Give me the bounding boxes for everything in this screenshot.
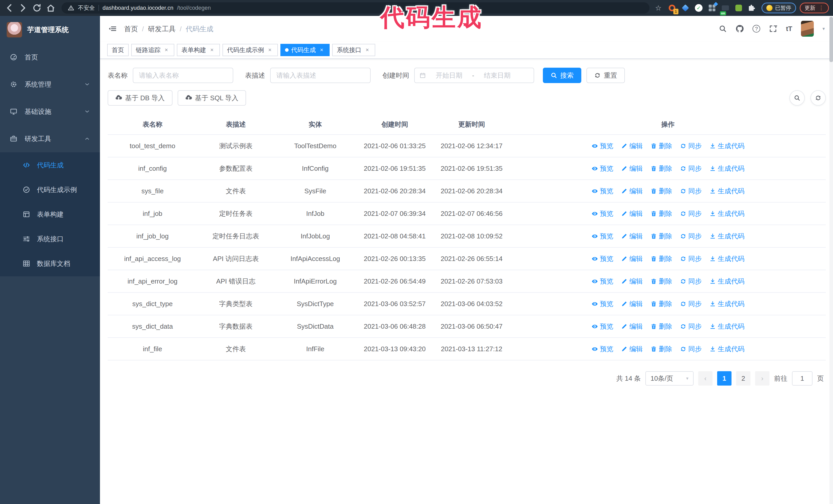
kebab-menu-icon[interactable]: ⋮ bbox=[818, 5, 824, 11]
row-action-sync[interactable]: 同步 bbox=[680, 322, 702, 331]
row-action-sync[interactable]: 同步 bbox=[680, 277, 702, 286]
tab-item[interactable]: 代码生成× bbox=[280, 44, 330, 56]
user-avatar[interactable] bbox=[801, 21, 814, 37]
row-action-edit[interactable]: 编辑 bbox=[621, 299, 643, 308]
row-action-edit[interactable]: 编辑 bbox=[621, 142, 643, 150]
row-action-sync[interactable]: 同步 bbox=[680, 164, 702, 173]
row-action-edit[interactable]: 编辑 bbox=[621, 344, 643, 354]
tab-item[interactable]: 链路追踪× bbox=[131, 44, 174, 56]
avatar-caret-down-icon[interactable]: ▾ bbox=[823, 26, 825, 31]
switch-extension-icon[interactable]: on bbox=[721, 4, 730, 12]
row-action-edit[interactable]: 编辑 bbox=[621, 232, 643, 241]
extensions-puzzle-icon[interactable] bbox=[748, 4, 755, 12]
row-action-sync[interactable]: 同步 bbox=[680, 187, 702, 196]
refresh-table-button[interactable] bbox=[810, 90, 826, 105]
row-action-delete[interactable]: 删除 bbox=[650, 344, 672, 354]
browser-back-icon[interactable] bbox=[4, 3, 14, 13]
row-action-delete[interactable]: 删除 bbox=[650, 209, 672, 218]
font-size-icon[interactable]: tT bbox=[786, 25, 792, 33]
row-action-generate-code[interactable]: 生成代码 bbox=[710, 164, 744, 173]
help-question-icon[interactable]: ? bbox=[753, 25, 760, 32]
row-action-edit[interactable]: 编辑 bbox=[621, 209, 643, 218]
browser-home-icon[interactable] bbox=[46, 3, 56, 13]
page-button-1[interactable]: 1 bbox=[717, 371, 732, 386]
row-action-preview[interactable]: 预览 bbox=[592, 299, 613, 308]
breadcrumb-item[interactable]: 研发工具 bbox=[148, 25, 175, 33]
address-bar[interactable]: 不安全 dashboard.yudao.iocoder.cn/tool/code… bbox=[62, 2, 649, 14]
row-action-generate-code[interactable]: 生成代码 bbox=[710, 187, 744, 196]
tab-item[interactable]: 代码生成示例× bbox=[222, 44, 278, 56]
browser-forward-icon[interactable] bbox=[18, 3, 28, 13]
close-tab-icon[interactable]: × bbox=[364, 47, 371, 53]
browser-reload-icon[interactable] bbox=[32, 3, 42, 13]
close-tab-icon[interactable]: × bbox=[163, 47, 170, 53]
row-action-preview[interactable]: 预览 bbox=[592, 254, 613, 263]
end-date-input[interactable] bbox=[476, 72, 518, 79]
row-action-generate-code[interactable]: 生成代码 bbox=[710, 322, 744, 331]
sidebar-item[interactable]: 系统管理 bbox=[0, 71, 100, 98]
profile-paused-chip[interactable]: 已暂停 bbox=[761, 3, 796, 13]
row-action-generate-code[interactable]: 生成代码 bbox=[710, 209, 744, 218]
gem-extension-icon[interactable] bbox=[681, 4, 690, 12]
sidebar-subitem[interactable]: 代码生成示例 bbox=[0, 177, 100, 202]
table-name-input[interactable] bbox=[133, 68, 233, 83]
row-action-preview[interactable]: 预览 bbox=[592, 344, 613, 354]
sidebar-subitem[interactable]: 数据库文档 bbox=[0, 251, 100, 276]
row-action-preview[interactable]: 预览 bbox=[592, 142, 613, 150]
bookmark-star-icon[interactable]: ☆ bbox=[655, 4, 662, 12]
row-action-delete[interactable]: 删除 bbox=[650, 277, 672, 286]
row-action-edit[interactable]: 编辑 bbox=[621, 322, 643, 331]
page-scrollbar[interactable] bbox=[829, 16, 833, 504]
row-action-delete[interactable]: 删除 bbox=[650, 299, 672, 308]
adblock-extension-icon[interactable]: 1 bbox=[668, 4, 676, 12]
row-action-delete[interactable]: 删除 bbox=[650, 187, 672, 196]
security-label[interactable]: 不安全 bbox=[78, 4, 95, 12]
table-desc-input[interactable] bbox=[270, 68, 371, 83]
row-action-preview[interactable]: 预览 bbox=[592, 322, 613, 331]
close-tab-icon[interactable]: × bbox=[209, 47, 215, 53]
row-action-delete[interactable]: 删除 bbox=[650, 232, 672, 241]
import-sql-button[interactable]: 基于 SQL 导入 bbox=[177, 90, 246, 105]
row-action-preview[interactable]: 预览 bbox=[592, 187, 613, 196]
sidebar-subitem[interactable]: 代码生成 bbox=[0, 153, 100, 177]
prev-page-button[interactable]: ‹ bbox=[698, 371, 713, 386]
search-icon[interactable] bbox=[719, 25, 727, 33]
row-action-edit[interactable]: 编辑 bbox=[621, 254, 643, 263]
reset-button[interactable]: 重置 bbox=[587, 68, 625, 83]
page-size-select[interactable]: 10条/页 ▾ bbox=[645, 371, 694, 386]
toggle-search-button[interactable] bbox=[789, 90, 805, 105]
grid-extension-icon[interactable] bbox=[708, 4, 716, 12]
row-action-preview[interactable]: 预览 bbox=[592, 209, 613, 218]
row-action-delete[interactable]: 删除 bbox=[650, 322, 672, 331]
sidebar-subitem[interactable]: 系统接口 bbox=[0, 226, 100, 251]
row-action-delete[interactable]: 删除 bbox=[650, 254, 672, 263]
app-logo[interactable]: 芋道管理系统 bbox=[0, 16, 100, 44]
check-extension-icon[interactable]: ✓ bbox=[694, 4, 703, 12]
row-action-preview[interactable]: 预览 bbox=[592, 277, 613, 286]
next-page-button[interactable]: › bbox=[755, 371, 769, 386]
close-tab-icon[interactable]: × bbox=[266, 47, 273, 53]
row-action-edit[interactable]: 编辑 bbox=[621, 277, 643, 286]
row-action-generate-code[interactable]: 生成代码 bbox=[710, 142, 744, 150]
sidebar-item[interactable]: 基础设施 bbox=[0, 98, 100, 125]
robot-extension-icon[interactable] bbox=[734, 4, 743, 12]
row-action-sync[interactable]: 同步 bbox=[680, 299, 702, 308]
browser-update-button[interactable]: 更新 ⋮ bbox=[800, 3, 829, 13]
tab-item[interactable]: 首页 bbox=[107, 44, 129, 56]
github-icon[interactable] bbox=[736, 25, 744, 33]
close-tab-icon[interactable]: × bbox=[318, 47, 325, 53]
start-date-input[interactable] bbox=[428, 72, 470, 79]
breadcrumb-item[interactable]: 首页 bbox=[124, 25, 138, 33]
scrollbar-thumb[interactable] bbox=[829, 17, 833, 62]
row-action-sync[interactable]: 同步 bbox=[680, 232, 702, 241]
row-action-sync[interactable]: 同步 bbox=[680, 344, 702, 354]
goto-page-input[interactable] bbox=[792, 371, 812, 386]
row-action-delete[interactable]: 删除 bbox=[650, 142, 672, 150]
import-db-button[interactable]: 基于 DB 导入 bbox=[108, 90, 172, 105]
row-action-sync[interactable]: 同步 bbox=[680, 254, 702, 263]
tab-item[interactable]: 系统接口× bbox=[332, 44, 375, 56]
row-action-preview[interactable]: 预览 bbox=[592, 164, 613, 173]
search-button[interactable]: 搜索 bbox=[543, 68, 581, 83]
tab-item[interactable]: 表单构建× bbox=[177, 44, 220, 56]
row-action-preview[interactable]: 预览 bbox=[592, 232, 613, 241]
